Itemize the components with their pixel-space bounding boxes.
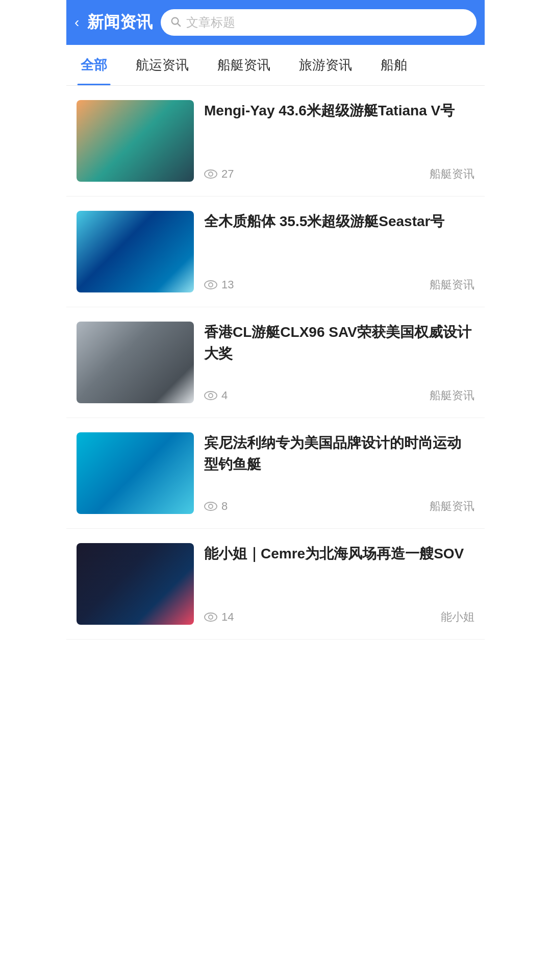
view-count: 13 <box>221 278 234 291</box>
svg-point-5 <box>209 283 213 287</box>
article-title: 能小姐｜Cemre为北海风场再造一艘SOV <box>204 543 474 603</box>
tabs-bar: 全部 航运资讯 船艇资讯 旅游资讯 船舶 <box>66 45 485 86</box>
eye-icon <box>204 169 217 179</box>
article-category: 船艇资讯 <box>430 277 474 292</box>
eye-icon <box>204 391 217 400</box>
article-title: 全木质船体 35.5米超级游艇Seastar号 <box>204 211 474 271</box>
list-item[interactable]: 能小姐｜Cemre为北海风场再造一艘SOV 14 能小姐 <box>66 529 485 640</box>
article-content: 能小姐｜Cemre为北海风场再造一艘SOV 14 能小姐 <box>204 543 474 625</box>
article-meta: 13 船艇资讯 <box>204 277 474 292</box>
view-count: 27 <box>221 167 234 181</box>
header: ‹ 新闻资讯 文章标题 <box>66 0 485 45</box>
list-item[interactable]: Mengi-Yay 43.6米超级游艇Tatiana V号 27 船艇资讯 <box>66 86 485 197</box>
article-meta: 8 船艇资讯 <box>204 499 474 514</box>
eye-icon <box>204 612 217 622</box>
eye-icon <box>204 280 217 289</box>
article-title: 香港CL游艇CLX96 SAV荣获美国权威设计大奖 <box>204 322 474 382</box>
back-button[interactable]: ‹ <box>74 15 79 30</box>
article-list: Mengi-Yay 43.6米超级游艇Tatiana V号 27 船艇资讯 <box>66 86 485 640</box>
article-views: 14 <box>204 610 234 624</box>
article-views: 27 <box>204 167 234 181</box>
tab-all[interactable]: 全部 <box>66 45 121 85</box>
svg-point-4 <box>205 281 217 289</box>
article-views: 8 <box>204 500 228 513</box>
article-category: 船艇资讯 <box>430 388 474 403</box>
article-content: 宾尼法利纳专为美国品牌设计的时尚运动型钓鱼艇 8 船艇资讯 <box>204 432 474 514</box>
view-count: 8 <box>221 500 228 513</box>
article-content: 全木质船体 35.5米超级游艇Seastar号 13 船艇资讯 <box>204 211 474 292</box>
article-views: 4 <box>204 389 228 402</box>
tab-yacht[interactable]: 船艇资讯 <box>203 45 285 85</box>
page-title: 新闻资讯 <box>87 11 153 34</box>
article-meta: 27 船艇资讯 <box>204 166 474 182</box>
search-placeholder: 文章标题 <box>186 14 235 31</box>
svg-point-8 <box>205 502 217 510</box>
article-content: 香港CL游艇CLX96 SAV荣获美国权威设计大奖 4 船艇资讯 <box>204 322 474 403</box>
svg-point-3 <box>209 172 213 176</box>
article-thumbnail <box>77 100 194 182</box>
article-content: Mengi-Yay 43.6米超级游艇Tatiana V号 27 船艇资讯 <box>204 100 474 182</box>
article-thumbnail <box>77 211 194 292</box>
search-icon <box>170 16 181 30</box>
svg-point-7 <box>209 394 213 398</box>
eye-icon <box>204 502 217 511</box>
svg-point-2 <box>205 170 217 178</box>
svg-point-6 <box>205 391 217 400</box>
svg-point-9 <box>209 504 213 508</box>
list-item[interactable]: 全木质船体 35.5米超级游艇Seastar号 13 船艇资讯 <box>66 197 485 307</box>
svg-line-1 <box>178 23 181 26</box>
article-meta: 4 船艇资讯 <box>204 388 474 403</box>
list-item[interactable]: 香港CL游艇CLX96 SAV荣获美国权威设计大奖 4 船艇资讯 <box>66 307 485 418</box>
article-thumbnail <box>77 543 194 625</box>
view-count: 4 <box>221 389 228 402</box>
article-thumbnail <box>77 322 194 403</box>
search-bar[interactable]: 文章标题 <box>161 9 477 36</box>
svg-point-0 <box>172 17 179 24</box>
tab-travel[interactable]: 旅游资讯 <box>285 45 366 85</box>
tab-shipping[interactable]: 航运资讯 <box>121 45 203 85</box>
svg-point-10 <box>205 613 217 621</box>
article-title: 宾尼法利纳专为美国品牌设计的时尚运动型钓鱼艇 <box>204 432 474 493</box>
article-title: Mengi-Yay 43.6米超级游艇Tatiana V号 <box>204 100 474 160</box>
article-thumbnail <box>77 432 194 514</box>
article-meta: 14 能小姐 <box>204 609 474 625</box>
article-category: 能小姐 <box>441 609 474 625</box>
article-views: 13 <box>204 278 234 291</box>
view-count: 14 <box>221 610 234 624</box>
article-category: 船艇资讯 <box>430 166 474 182</box>
tab-boat[interactable]: 船舶 <box>366 45 421 85</box>
svg-point-11 <box>209 615 213 619</box>
list-item[interactable]: 宾尼法利纳专为美国品牌设计的时尚运动型钓鱼艇 8 船艇资讯 <box>66 418 485 529</box>
article-category: 船艇资讯 <box>430 499 474 514</box>
